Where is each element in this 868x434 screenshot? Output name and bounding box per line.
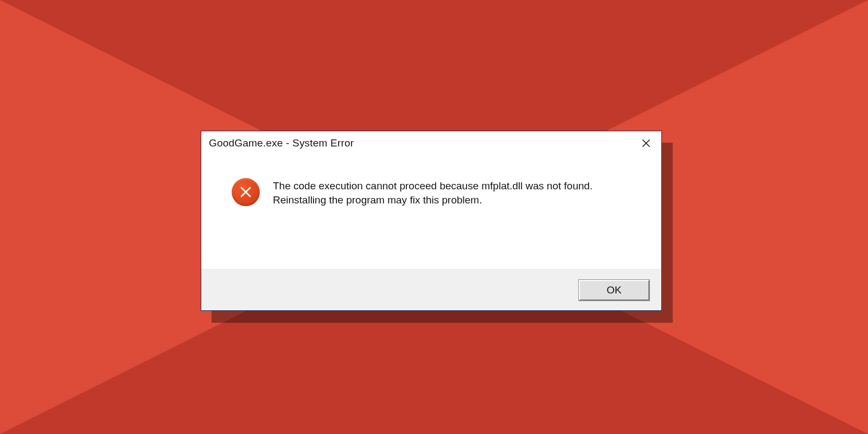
close-icon: [642, 139, 650, 148]
x-glyph-icon: [239, 186, 252, 199]
close-button[interactable]: [635, 135, 657, 151]
dialog-body: The code execution cannot proceed becaus…: [201, 155, 661, 269]
dialog-titlebar[interactable]: GoodGame.exe - System Error: [201, 131, 661, 155]
dialog-footer: OK: [201, 269, 661, 310]
error-icon: [232, 178, 260, 206]
error-dialog: GoodGame.exe - System Error The code exe…: [201, 131, 662, 311]
dialog-title: GoodGame.exe - System Error: [209, 137, 635, 149]
ok-button[interactable]: OK: [579, 280, 649, 301]
error-message: The code execution cannot proceed becaus…: [273, 178, 620, 207]
